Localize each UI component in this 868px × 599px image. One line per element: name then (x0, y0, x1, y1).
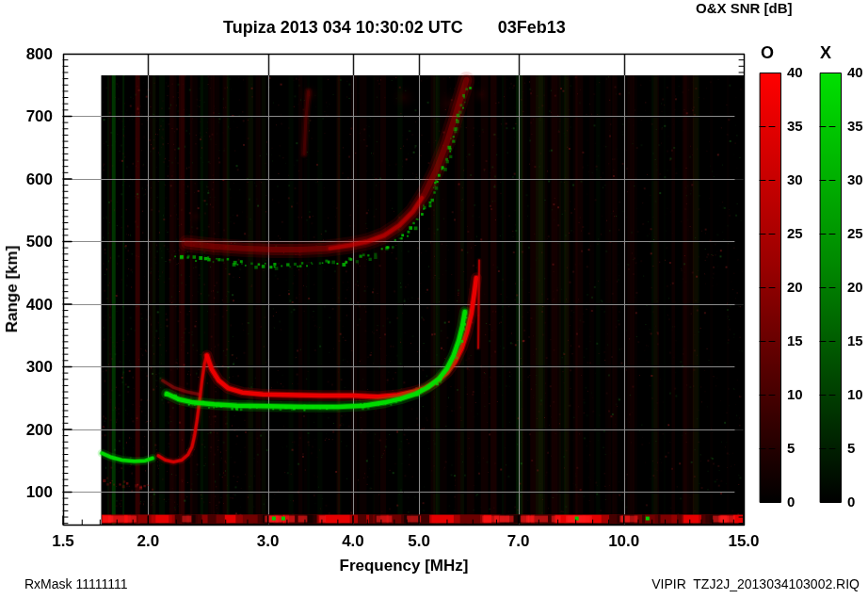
colorbar-o-tick-label: 5 (787, 440, 825, 456)
x-tick-label: 3.0 (240, 532, 297, 551)
y-tick-label: 300 (6, 358, 53, 377)
colorbar-o-tick-label: 35 (787, 118, 825, 134)
colorbar-x-tick-label: 20 (847, 279, 868, 295)
y-tick-label: 500 (6, 233, 53, 251)
colorbar-o-tick-label: 15 (787, 332, 825, 348)
x-tick-label: 4.0 (325, 532, 381, 551)
colorbar-o-label: O (761, 43, 774, 63)
page-title-date: 03Feb13 (498, 18, 566, 38)
y-tick-label: 700 (6, 107, 53, 126)
colorbar-x-tick-label: 40 (847, 64, 868, 80)
y-axis-label: Range [km] (3, 246, 22, 333)
page-title: Tupiza 2013 034 10:30:02 UTC 03Feb13 (223, 18, 566, 38)
ionogram-page: Tupiza 2013 034 10:30:02 UTC 03Feb13 O&X… (0, 0, 868, 599)
colorbar-header: O&X SNR [dB] (696, 0, 793, 16)
colorbar-o-tick-label: 25 (787, 225, 825, 241)
y-tick-label: 100 (6, 483, 53, 502)
x-axis-label: Frequency [MHz] (340, 557, 469, 575)
colorbar-x-tick-label: 10 (847, 386, 868, 402)
colorbar-x-tick-label: 15 (847, 332, 868, 348)
x-tick-label: 1.5 (35, 532, 91, 551)
colorbar-o-tick-label: 20 (787, 279, 825, 295)
ionogram-canvas (0, 0, 868, 599)
y-tick-label: 800 (6, 45, 53, 64)
colorbar-x-tick-label: 5 (847, 440, 868, 456)
x-tick-label: 5.0 (391, 532, 447, 551)
colorbar-o-tick-label: 40 (787, 64, 825, 80)
footer-rxmask: RxMask 11111111 (24, 576, 127, 591)
x-tick-label: 10.0 (596, 532, 652, 551)
x-tick-label: 7.0 (490, 532, 547, 551)
colorbar-o-tick-label: 30 (787, 171, 825, 187)
colorbar-o-tick-label: 10 (787, 386, 825, 402)
colorbar-o-tick-label: 0 (787, 494, 825, 510)
colorbar-x-tick-label: 25 (847, 225, 868, 241)
y-tick-label: 600 (6, 170, 53, 189)
x-tick-label: 15.0 (715, 532, 772, 551)
y-tick-label: 400 (6, 296, 53, 315)
page-title-main: Tupiza 2013 034 10:30:02 UTC (223, 18, 463, 38)
colorbar-x-tick-label: 30 (847, 171, 868, 187)
footer-filename: VIPIR TZJ2J_2013034103002.RIQ (651, 576, 860, 591)
y-tick-label: 200 (6, 421, 53, 440)
colorbar-x-tick-label: 0 (847, 494, 868, 510)
colorbar-x-label: X (820, 43, 831, 63)
x-tick-label: 2.0 (120, 532, 176, 551)
colorbar-x-tick-label: 35 (847, 118, 868, 134)
